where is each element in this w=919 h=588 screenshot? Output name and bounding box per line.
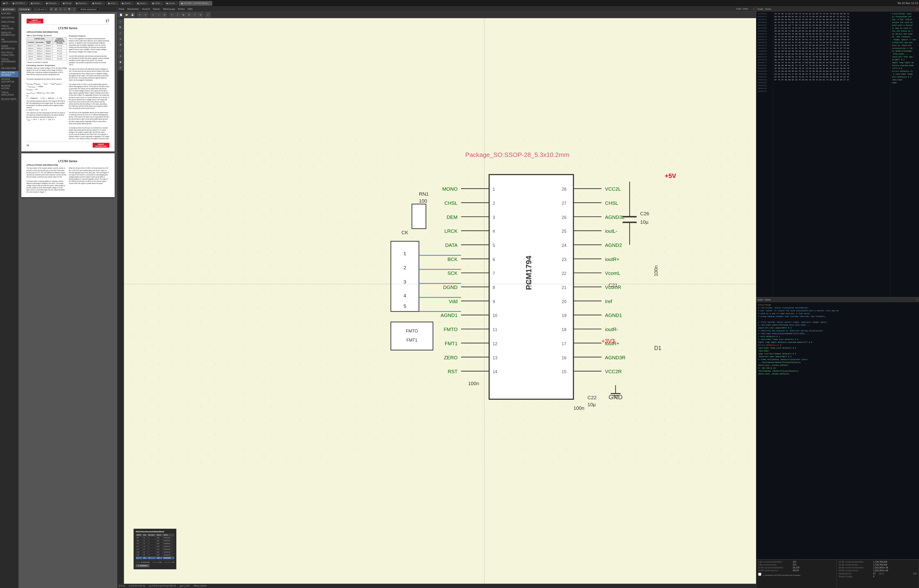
- pdf-next-btn[interactable]: Nächste ▶: [18, 8, 31, 11]
- ascii-close-btn[interactable]: ✕ Schließen: [136, 564, 149, 567]
- pdf-toolbar: ◀ Vorherige Nächste ▶ ⊡ ⊞ + − 🔍 ⋮: [0, 7, 117, 12]
- toc-item-abs-max[interactable]: ABSOLUTE MAXIMUM RAT...: [0, 31, 18, 38]
- pdf-page-input[interactable]: [33, 8, 48, 11]
- toc-item-desc[interactable]: DESCRIPTION: [0, 16, 18, 20]
- toc-item-typical-app[interactable]: TYPICAL APPLICATION: [0, 24, 18, 31]
- hex-close-btn[interactable]: ✕: [916, 8, 917, 10]
- svg-text:RST: RST: [448, 368, 458, 374]
- kicad-wire-btn[interactable]: ╱: [175, 12, 180, 18]
- kicad-menu-check[interactable]: Prüfen: [178, 8, 185, 10]
- toc-item-app-info[interactable]: APPLICATIONS INFORMAT...: [0, 71, 18, 78]
- kicad-power-btn[interactable]: ⚡: [192, 12, 197, 18]
- kicad-menu-file[interactable]: Datei: [119, 8, 125, 10]
- terminal-output[interactable]: #/etc/fstab # /etc/fstab: static filesys…: [756, 302, 919, 559]
- taskbar-item-ecal[interactable]: ▣ eCal...: [106, 1, 119, 6]
- kicad-left-noconn[interactable]: ✕: [118, 65, 123, 70]
- taskbar-item-audio[interactable]: ▣ Audio...: [29, 1, 43, 6]
- kicad-left-add-comp[interactable]: ⊞: [118, 42, 123, 47]
- taskbar-item-zoom[interactable]: ▣ Zoom...: [120, 1, 134, 6]
- ascii-popup-values: Binär: 01001000 Circuit: 110 Decimal: 72: [136, 560, 174, 563]
- kicad-title: Iclad - trime: [736, 8, 748, 10]
- kicad-zoom-out-btn[interactable]: −: [156, 12, 161, 18]
- kicad-left-power[interactable]: ⚡: [118, 48, 123, 53]
- svg-text:MONO: MONO: [442, 186, 458, 192]
- kicad-undo-btn[interactable]: ↩: [137, 12, 142, 18]
- kicad-menu-tools[interactable]: Werkzeuge: [163, 8, 175, 10]
- svg-text:15: 15: [562, 369, 566, 374]
- kicad-menu-edit[interactable]: Bearbeiten: [127, 8, 139, 10]
- kicad-left-zoom[interactable]: 🔍: [118, 25, 123, 30]
- kicad-left-junction[interactable]: ●: [118, 59, 123, 65]
- kicad-select-btn[interactable]: ↖: [169, 12, 175, 18]
- main-area: ◀ Vorherige Nächste ▶ ⊡ ⊞ + − 🔍 ⋮ FEATUR…: [0, 7, 919, 588]
- toc-item-typical-app2[interactable]: TYPICAL APPLICATION: [0, 91, 18, 98]
- kicad-left-tools: ↖ 🔍 ╱ ≡ ⊞ ⚡ A ● ✕: [117, 18, 124, 584]
- pdf-view-controls: ⊡ ⊞ + − 🔍 ⋮: [50, 7, 76, 11]
- kicad-zoom-in-btn[interactable]: +: [150, 12, 155, 18]
- pdf-zoom-input[interactable]: [78, 8, 100, 11]
- taskbar-item-ff[interactable]: ▣ FF: [1, 1, 10, 6]
- toc-item-elec-chars[interactable]: ELECTRICAL CHARACTERS...: [0, 51, 18, 58]
- pdf-prev-btn[interactable]: ◀ Vorherige: [1, 8, 16, 11]
- taskbar-item-email[interactable]: ▣ Email: [61, 1, 73, 6]
- pdf-fit-page[interactable]: ⊞: [54, 7, 58, 11]
- kicad-close-btn[interactable]: ✕: [753, 8, 755, 10]
- taskbar-item-lt1763[interactable]: ▣ LT1763 C..: [11, 1, 28, 6]
- pdf-toc[interactable]: FEATURES DESCRIPTION APPLICATIONS TYPICA…: [0, 12, 19, 588]
- taskbar-item-100[interactable]: ▣ (100...: [150, 1, 164, 6]
- taskbar-item-jahen[interactable]: ▣ Jahen...: [135, 1, 150, 6]
- pdf-page18-section: APPLICATIONS INFORMATION: [27, 164, 109, 166]
- kicad-menu-set[interactable]: Setzen: [153, 8, 160, 10]
- kicad-save-btn[interactable]: 💾: [130, 12, 135, 18]
- pdf-formula6: TJMAX = 50°C + 53.3°C = 103.3°C: [27, 119, 67, 121]
- taskbar-item-deiche[interactable]: ▣ Deiche...: [74, 1, 90, 6]
- hex-editor: hxab - trime ✕ 0000000000000016000000320…: [756, 7, 919, 297]
- terminal-close-btn[interactable]: ✕: [916, 299, 917, 301]
- toc-item-related[interactable]: RELATED PARTS: [0, 98, 18, 102]
- kicad-new-btn[interactable]: 📄: [118, 12, 123, 18]
- hex-unsigned-checkbox[interactable]: [758, 573, 761, 576]
- taskbar-item-lt1763-active[interactable]: ▣ LT1763 - LT1763 Minim...: [179, 1, 212, 6]
- toc-item-order-info[interactable]: ORDER INFORMATION: [0, 45, 18, 51]
- pdf-formula5: 0.71W(75°C/W) = 53.3°C: [27, 109, 67, 111]
- pdf-zoom-out[interactable]: −: [63, 7, 67, 11]
- kicad-label-btn[interactable]: A: [186, 12, 192, 18]
- kicad-schematic-canvas[interactable]: Package_SO:SSOP-28_5.3x10.2mm PCM1794 10…: [124, 18, 756, 584]
- kicad-left-label[interactable]: A: [118, 53, 123, 59]
- pdf-fit-width[interactable]: ⊡: [50, 7, 53, 11]
- taskbar-item-jacob[interactable]: ▣ Jacob...: [164, 1, 178, 6]
- pdf-content: FEATURES DESCRIPTION APPLICATIONS TYPICA…: [0, 12, 117, 588]
- toc-item-perf-curves[interactable]: TYPICAL PERFORMANCE C...: [0, 58, 18, 67]
- kicad-left-select[interactable]: ↖: [118, 19, 123, 24]
- kicad-menu-view[interactable]: Ansicht: [142, 8, 150, 10]
- kicad-redo-btn[interactable]: ↪: [143, 12, 148, 18]
- toc-item-pin-funcs[interactable]: PIN FUNCTIONS: [0, 67, 18, 71]
- kicad-left-wire[interactable]: ╱: [118, 31, 123, 36]
- pdf-zoom-in[interactable]: +: [59, 7, 63, 11]
- hex-content[interactable]: 0000000000000016000000320000004800000064…: [756, 11, 919, 297]
- svg-text:AGND1: AGND1: [605, 312, 622, 318]
- kicad-zoom-fit-btn[interactable]: ⊡: [162, 12, 167, 18]
- kicad-open-btn[interactable]: 📂: [124, 12, 129, 18]
- svg-text:1: 1: [403, 251, 406, 256]
- toc-item-apps[interactable]: APPLICATIONS: [0, 20, 18, 24]
- pdf-pages[interactable]: ⬛ LINEARTECHNOLOGY 17 LT1763 Series APPL…: [19, 12, 117, 588]
- pdf-more[interactable]: ⋮: [72, 7, 76, 11]
- pdf-page-17: ⬛ LINEARTECHNOLOGY 17 LT1763 Series APPL…: [21, 14, 115, 152]
- toc-item-rev-hist[interactable]: REVISION HISTORY: [0, 84, 18, 91]
- svg-text:+5V: +5V: [665, 172, 676, 179]
- kicad-left-bus[interactable]: ≡: [118, 36, 123, 42]
- toc-item-pkg-desc[interactable]: PACKAGE DESCRIPTION: [0, 78, 18, 84]
- svg-text:16: 16: [562, 355, 566, 360]
- svg-text:25: 25: [562, 229, 566, 234]
- kicad-component-btn[interactable]: ⊞: [181, 12, 186, 18]
- kicad-menu-help[interactable]: Hilfe: [188, 8, 193, 10]
- taskbar-item-books[interactable]: ▣ Books...: [90, 1, 105, 6]
- taskbar-item-damon[interactable]: ▣ Damon...: [44, 1, 60, 6]
- toc-item-features[interactable]: FEATURES: [0, 12, 18, 16]
- pdf-th-board: BOARD AREA: [44, 40, 52, 45]
- kicad-run-erc-btn[interactable]: ✓: [205, 12, 210, 18]
- toc-item-pin-config[interactable]: PIN CONFIGURATION: [0, 38, 18, 45]
- pdf-search[interactable]: 🔍: [68, 7, 71, 11]
- kicad-bus-btn[interactable]: ≡: [198, 12, 203, 18]
